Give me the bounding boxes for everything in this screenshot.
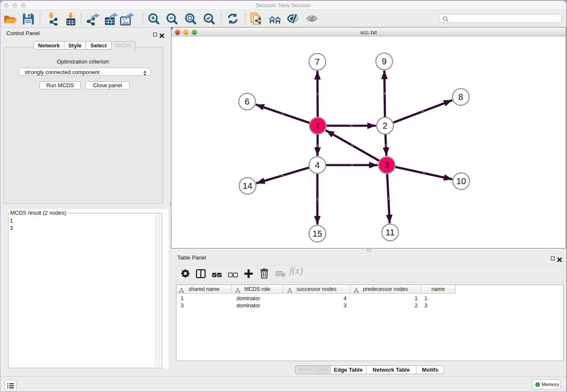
svg-text:9: 9 [382,56,386,66]
svg-text:15: 15 [313,229,322,238]
svg-text:11: 11 [385,227,394,237]
svg-text:8: 8 [458,92,463,102]
svg-text:4: 4 [315,160,319,170]
svg-text:10: 10 [457,176,466,186]
svg-text:14: 14 [243,181,253,190]
svg-text:1: 1 [315,121,320,130]
svg-text:3: 3 [384,160,389,170]
svg-text:6: 6 [245,97,249,106]
svg-text:2: 2 [383,121,387,130]
svg-text:7: 7 [315,57,319,66]
